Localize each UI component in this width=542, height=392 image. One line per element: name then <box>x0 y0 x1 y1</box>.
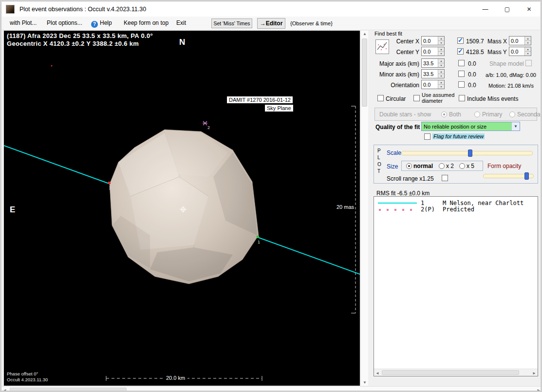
shape-model-checkbox[interactable] <box>525 60 532 66</box>
scale-label: Scale <box>387 149 401 156</box>
menu-with-plot[interactable]: with Plot... <box>10 19 37 26</box>
scroll-up-icon[interactable]: ▲ <box>361 32 369 36</box>
list-scroll-right-icon[interactable]: ► <box>532 371 536 375</box>
spin-up-icon[interactable]: ▲ <box>524 47 531 52</box>
fit-center-y-checkbox[interactable] <box>457 48 464 55</box>
editor-button[interactable]: →Editor <box>257 18 285 29</box>
spin-up-icon[interactable]: ▲ <box>524 37 531 41</box>
scale-slider-thumb[interactable] <box>468 149 472 157</box>
menu-help[interactable]: ?Help <box>91 19 112 28</box>
spin-down-icon[interactable]: ▼ <box>524 41 531 45</box>
minor-axis-error: 0.0 <box>468 71 476 78</box>
scroll-left-icon[interactable]: ◄ <box>3 388 7 392</box>
plot-title-line1: (1187) Afra 2023 Dec 25 33.5 x 33.5 km, … <box>7 32 153 39</box>
double-both-label: Both <box>449 111 461 118</box>
form-opacity-slider[interactable] <box>483 174 534 178</box>
spin-down-icon[interactable]: ▼ <box>438 85 444 89</box>
size-x5-label: x 5 <box>467 163 474 169</box>
scale-slider[interactable] <box>401 151 533 155</box>
phase-offset-label: Phase offset 0° <box>7 371 38 376</box>
spin-down-icon[interactable]: ▼ <box>524 52 531 56</box>
menu-keep-on-top[interactable]: Keep form on top <box>124 19 168 26</box>
spin-down-icon[interactable]: ▼ <box>438 52 444 56</box>
major-axis-spinner[interactable]: 33.5 ▲▼ <box>421 58 445 68</box>
menu-plot-options[interactable]: Plot options... <box>47 19 82 26</box>
form-opacity-thumb[interactable] <box>524 172 529 180</box>
plot-vertical-scrollbar[interactable]: ▲ ▼ <box>360 31 368 386</box>
predicted-dot <box>387 209 389 211</box>
spin-up-icon[interactable]: ▲ <box>438 80 444 85</box>
spin-down-icon[interactable]: ▼ <box>438 63 444 67</box>
spin-up-icon[interactable]: ▲ <box>438 59 444 63</box>
horizontal-scroll-thumb[interactable] <box>10 388 127 392</box>
spin-down-icon[interactable]: ▼ <box>438 74 444 78</box>
maximize-button[interactable]: ▢ <box>496 2 518 17</box>
size-normal-radio[interactable] <box>406 163 412 169</box>
list-scroll-thumb[interactable] <box>382 370 519 375</box>
minor-axis-label: Minor axis (km) <box>374 71 419 78</box>
orientation-fit-checkbox[interactable] <box>458 81 465 88</box>
minor-axis-fit-checkbox[interactable] <box>458 71 465 77</box>
spin-up-icon[interactable]: ▲ <box>438 70 444 74</box>
double-both-radio[interactable] <box>441 112 447 117</box>
spin-down-icon[interactable]: ▼ <box>438 41 444 45</box>
scroll-down-icon[interactable]: ▼ <box>361 380 369 385</box>
minor-axis-value[interactable]: 33.5 <box>422 70 438 78</box>
size-x5-radio[interactable] <box>459 163 465 169</box>
observation-row-num[interactable]: 2(P) <box>421 206 435 213</box>
observer-time-label[interactable]: {Observer & time} <box>290 20 333 26</box>
chord1-start-label: 1 <box>109 186 111 190</box>
close-button[interactable]: ✕ <box>518 2 540 17</box>
mass-x-value[interactable]: 0.0 <box>509 37 524 45</box>
orientation-value[interactable]: 0.0 <box>422 80 438 89</box>
observation-row-name[interactable]: M Nelson, near Charlott <box>443 200 523 206</box>
double-primary-radio[interactable] <box>474 112 480 117</box>
center-y-spinner[interactable]: 0.0 ▲▼ <box>421 47 445 56</box>
list-horizontal-scrollbar[interactable]: ◄ ► <box>374 369 538 376</box>
quality-value[interactable]: No reliable position or size <box>422 122 511 131</box>
plot-title-line2: Geocentric X 4120.3 ±0.2 Y 3388.2 ±0.6 k… <box>7 40 139 47</box>
list-scroll-left-icon[interactable]: ◄ <box>375 371 379 375</box>
mass-y-spinner[interactable]: 0.0 ▲▼ <box>509 47 531 56</box>
occult-version-label: Occult 4.2023.11.30 <box>7 377 48 382</box>
circular-checkbox[interactable] <box>377 95 384 101</box>
sky-plane-plot[interactable]: (1187) Afra 2023 Dec 25 33.5 x 33.5 km, … <box>4 31 360 386</box>
menu-exit[interactable]: Exit <box>176 19 186 26</box>
spin-up-icon[interactable]: ▲ <box>438 37 444 41</box>
orientation-error: 0.0 <box>468 82 476 89</box>
set-miss-times-button[interactable]: Set 'Miss' Times <box>211 19 252 28</box>
center-x-spinner[interactable]: 0.0 ▲▼ <box>421 36 445 45</box>
motion-label: Motion: 21.08 km/s <box>488 83 534 89</box>
scroll-range-checkbox[interactable] <box>442 175 448 181</box>
predicted-dot <box>394 209 396 211</box>
vertical-scroll-thumb[interactable] <box>362 38 367 107</box>
size-x2-radio[interactable] <box>439 163 445 169</box>
observation-row-name[interactable]: Predicted <box>443 206 474 213</box>
major-axis-value[interactable]: 33.5 <box>422 59 438 67</box>
include-miss-checkbox[interactable] <box>459 95 465 101</box>
scroll-right-icon[interactable]: ► <box>537 388 541 392</box>
plot-letter-o: O <box>377 162 381 167</box>
mass-y-value[interactable]: 0.0 <box>509 47 524 56</box>
chevron-down-icon[interactable]: ▼ <box>511 122 520 131</box>
chord1-line-sample <box>378 203 417 204</box>
spin-up-icon[interactable]: ▲ <box>438 47 444 52</box>
observation-row-num[interactable]: 1 <box>421 200 424 206</box>
spinner-arrows: ▲▼ <box>438 70 444 78</box>
plot-horizontal-scrollbar[interactable]: ◄ ► <box>2 386 542 392</box>
flag-review-checkbox[interactable] <box>424 133 430 140</box>
double-secondary-radio[interactable] <box>509 112 515 117</box>
minimize-button[interactable]: — <box>474 2 496 17</box>
mass-x-spinner[interactable]: 0.0 ▲▼ <box>509 36 531 45</box>
major-axis-fit-checkbox[interactable] <box>458 60 465 66</box>
quality-dropdown[interactable]: No reliable position or size ▼ <box>421 122 520 131</box>
minor-axis-spinner[interactable]: 33.5 ▲▼ <box>421 69 445 78</box>
center-x-value[interactable]: 0.0 <box>422 37 438 45</box>
observation-list[interactable]: 1 M Nelson, near Charlott 2(P) Predicted… <box>374 196 538 376</box>
double-secondary-label: Secondary <box>517 111 542 118</box>
orientation-spinner[interactable]: 0.0 ▲▼ <box>421 80 445 89</box>
fit-center-x-checkbox[interactable] <box>457 37 464 44</box>
use-assumed-diameter-checkbox[interactable] <box>413 95 420 101</box>
center-y-value[interactable]: 0.0 <box>422 47 438 56</box>
menu-bar: with Plot... Plot options... ?Help Keep … <box>2 17 540 30</box>
